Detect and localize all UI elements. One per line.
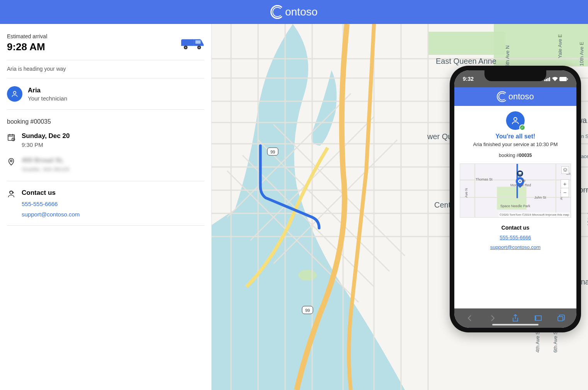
location-pin-icon <box>7 157 15 166</box>
mini-label-tle: tle <box>522 179 526 182</box>
phone-logo-mark-icon <box>497 91 508 102</box>
logo-mark-icon <box>270 5 284 19</box>
mini-label-monorail: Monorail Red <box>510 183 531 187</box>
mini-label-ave-left: Ave N <box>464 188 468 198</box>
phone-notch <box>484 70 546 81</box>
eta-time: 9:28 AM <box>7 41 47 53</box>
phone-brand-text: ontoso <box>508 92 534 102</box>
svg-point-10 <box>12 192 13 193</box>
svg-point-14 <box>298 270 317 281</box>
phone-time: 9:32 <box>463 76 474 82</box>
van-icon <box>180 37 204 53</box>
forward-icon[interactable] <box>488 314 497 322</box>
svg-point-2 <box>185 47 187 48</box>
phone-contact-title: Contact us <box>459 225 572 231</box>
svg-point-5 <box>14 91 16 94</box>
svg-text:99: 99 <box>305 308 310 313</box>
back-icon[interactable] <box>466 314 474 322</box>
svg-rect-49 <box>547 78 549 81</box>
map-viewport[interactable]: 99 99 Seattle Montlake Edgewater East Qu… <box>212 24 588 390</box>
technician-name: Aria <box>28 87 67 94</box>
mini-label-thomas: Thomas St <box>476 177 493 181</box>
calendar-icon <box>7 133 15 141</box>
address-row: 400 Broad St, Seattle, WA 98109 <box>7 157 204 172</box>
zoom-in-button[interactable]: + <box>561 180 569 188</box>
share-icon[interactable] <box>511 314 520 322</box>
svg-point-53 <box>514 118 517 121</box>
phone-mockup: 9:32 ontoso ✓ You're all set! <box>450 66 581 332</box>
map-label-eqa: East Queen Anne <box>436 57 496 66</box>
schedule-row: Sunday, Dec 20 9:30 PM <box>7 132 204 148</box>
map-label-twelfth: 12th Ave <box>586 206 588 226</box>
svg-rect-67 <box>558 317 563 321</box>
mini-label-space-needle-park: Space Needle Park <box>500 204 530 208</box>
map-label-sixth-n: 6th Ave N <box>505 45 510 67</box>
check-badge-icon: ✓ <box>519 124 525 131</box>
eta-label: Estimated arrival <box>7 33 47 39</box>
phone-content: ✓ You're all set! Aria finished your ser… <box>454 106 576 255</box>
svg-rect-62 <box>518 172 522 174</box>
booking-label: booking #00035 <box>7 118 204 125</box>
technician-row: Aria Your technician <box>7 78 204 110</box>
app-header: ontoso <box>0 0 588 24</box>
wifi-icon <box>552 77 558 81</box>
contact-phone-link[interactable]: 555-555-6666 <box>22 201 80 207</box>
map-label-tenth: 10th Ave E <box>579 42 585 66</box>
svg-point-8 <box>10 160 12 162</box>
brand-logo: ontoso <box>270 5 318 19</box>
status-text: Aria is heading your way <box>7 66 204 78</box>
svg-rect-50 <box>549 77 550 81</box>
contact-email-link[interactable]: support@contoso.com <box>22 211 80 218</box>
phone-screen: 9:32 ontoso ✓ You're all set! <box>454 70 576 328</box>
info-sidebar: Estimated arrival 9:28 AM Aria is headin… <box>0 24 212 390</box>
svg-rect-52 <box>567 78 568 80</box>
svg-point-66 <box>519 181 521 182</box>
eta-section: Estimated arrival 9:28 AM <box>7 33 204 60</box>
zoom-out-button[interactable]: − <box>561 188 569 197</box>
headset-icon <box>7 190 15 198</box>
svg-rect-48 <box>546 79 547 81</box>
finish-text: Aria finished your service at 10:30 PM <box>459 141 572 147</box>
brand-text: ontoso <box>285 6 318 18</box>
bookmarks-icon[interactable] <box>534 314 542 322</box>
map-label-yale: Yale Ave E <box>557 34 563 58</box>
layers-button[interactable] <box>561 166 569 174</box>
tabs-icon[interactable] <box>557 314 565 322</box>
svg-text:99: 99 <box>270 150 275 154</box>
svg-point-63 <box>519 174 520 175</box>
contact-title: Contact us <box>22 189 80 197</box>
schedule-date: Sunday, Dec 20 <box>22 132 70 140</box>
phone-mini-map[interactable]: Thomas St Monorail Red tle Space Needle … <box>460 163 571 218</box>
all-set-title: You're all set! <box>459 133 572 140</box>
map-label-fourth-s: 4th Ave S <box>535 331 540 353</box>
map-label-sixth-s: 6th Ave S <box>552 331 558 353</box>
main-layout: Estimated arrival 9:28 AM Aria is headin… <box>0 24 588 390</box>
svg-rect-47 <box>544 80 546 81</box>
svg-rect-51 <box>559 77 567 81</box>
technician-avatar-icon <box>7 86 22 102</box>
phone-contact-email-link[interactable]: support@contoso.com <box>459 244 572 250</box>
phone-contact-phone-link[interactable]: 555-555-6666 <box>459 235 572 240</box>
battery-icon <box>559 77 568 81</box>
schedule-time: 9:30 PM <box>22 141 70 148</box>
svg-point-4 <box>199 47 200 48</box>
mini-label-john: John St <box>534 196 546 199</box>
technician-role: Your technician <box>28 95 67 102</box>
contact-section: Contact us 555-555-6666 support@contoso.… <box>7 181 204 226</box>
home-indicator <box>492 324 539 325</box>
phone-avatar-icon: ✓ <box>506 111 525 130</box>
address-line1: 400 Broad St, <box>22 157 70 164</box>
phone-status-icons <box>544 77 568 81</box>
phone-app-header: ontoso <box>454 87 576 106</box>
svg-point-64 <box>520 174 522 175</box>
svg-rect-0 <box>195 40 201 44</box>
map-attribution: ©2020 TomTom ©2019 Microsoft Improve thi… <box>499 213 570 217</box>
phone-booking-label: booking #00035 <box>459 153 572 158</box>
address-line2: Seattle, WA 98109 <box>22 166 70 172</box>
zoom-control: + − <box>561 179 569 197</box>
